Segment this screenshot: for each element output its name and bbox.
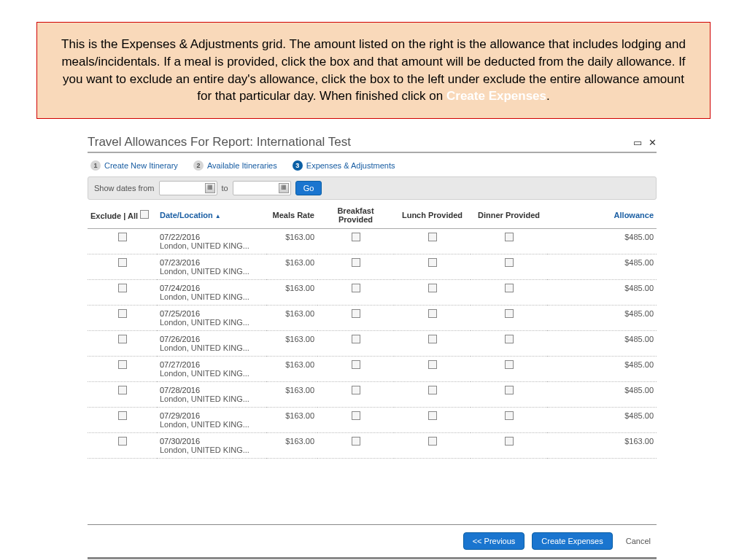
exclude-checkbox[interactable] (118, 360, 127, 369)
breakfast-checkbox[interactable] (352, 309, 360, 318)
lunch-checkbox[interactable] (428, 386, 437, 394)
filter-to: to (222, 184, 228, 192)
dinner-checkbox[interactable] (505, 284, 514, 292)
create-expenses-button[interactable]: Create Expenses (532, 532, 612, 550)
maximize-icon[interactable]: ▭ (633, 137, 642, 148)
lunch-checkbox[interactable] (428, 360, 437, 369)
close-icon[interactable]: ✕ (649, 137, 657, 148)
step-expenses-adjustments[interactable]: 3 Expenses & Adjustments (293, 160, 395, 171)
col-allowance[interactable]: Allowance (547, 203, 657, 229)
step-available-itineraries[interactable]: 2 Available Itineraries (193, 160, 277, 171)
breakfast-checkbox[interactable] (352, 437, 360, 446)
table-header-row: Exclude | All Date/Location ▲ Meals Rate… (88, 203, 657, 229)
callout-text-after: . (546, 89, 550, 103)
step-badge-1: 1 (90, 160, 101, 171)
calendar-icon[interactable]: ▦ (279, 183, 289, 193)
row-meals-rate: $163.00 (266, 306, 317, 331)
calendar-icon[interactable]: ▦ (205, 183, 215, 193)
exclude-checkbox[interactable] (118, 309, 127, 318)
col-meals-rate: Meals Rate (266, 203, 317, 229)
travel-allowances-panel: Travel Allowances For Report: Internatio… (88, 135, 657, 559)
row-location: London, UNITED KING... (160, 420, 263, 429)
lunch-checkbox[interactable] (428, 309, 437, 318)
lunch-checkbox[interactable] (428, 437, 437, 446)
panel-titlebar: Travel Allowances For Report: Internatio… (88, 135, 657, 152)
lunch-checkbox[interactable] (428, 233, 437, 241)
exclude-checkbox[interactable] (118, 411, 127, 420)
step-create-itinerary[interactable]: 1 Create New Itinerary (90, 160, 178, 171)
breakfast-checkbox[interactable] (352, 335, 360, 343)
dinner-checkbox[interactable] (505, 309, 514, 318)
row-location: London, UNITED KING... (160, 318, 263, 327)
dinner-checkbox[interactable] (505, 437, 514, 446)
table-row: 07/30/2016London, UNITED KING...$163.00$… (88, 433, 657, 459)
breakfast-checkbox[interactable] (352, 360, 360, 369)
row-location: London, UNITED KING... (160, 446, 263, 454)
lunch-checkbox[interactable] (428, 284, 437, 292)
dinner-checkbox[interactable] (505, 335, 514, 343)
dinner-checkbox[interactable] (505, 386, 514, 394)
row-date: 07/26/2016 (160, 335, 263, 343)
col-lunch: Lunch Provided (394, 203, 471, 229)
table-row: 07/25/2016London, UNITED KING...$163.00$… (88, 306, 657, 331)
exclude-all-checkbox[interactable] (140, 210, 149, 219)
row-location: London, UNITED KING... (160, 394, 263, 403)
filter-label: Show dates from (94, 184, 155, 192)
step-badge-2: 2 (193, 160, 204, 171)
lunch-checkbox[interactable] (428, 411, 437, 420)
row-date: 07/23/2016 (160, 258, 263, 267)
exclude-checkbox[interactable] (118, 386, 127, 394)
table-row: 07/27/2016London, UNITED KING...$163.00$… (88, 357, 657, 382)
row-allowance: $485.00 (547, 306, 657, 331)
row-location: London, UNITED KING... (160, 343, 263, 352)
row-meals-rate: $163.00 (266, 254, 317, 280)
row-meals-rate: $163.00 (266, 408, 317, 433)
bottom-rule (88, 557, 657, 559)
dinner-checkbox[interactable] (505, 360, 514, 369)
lunch-checkbox[interactable] (428, 335, 437, 343)
callout-highlight: Create Expenses (446, 89, 546, 103)
col-date-location[interactable]: Date/Location ▲ (157, 203, 266, 229)
breakfast-checkbox[interactable] (352, 233, 360, 241)
row-allowance: $485.00 (547, 280, 657, 306)
previous-button[interactable]: << Previous (463, 532, 525, 550)
table-row: 07/22/2016London, UNITED KING...$163.00$… (88, 229, 657, 254)
go-button[interactable]: Go (295, 181, 322, 195)
panel-title: Travel Allowances For Report: Internatio… (88, 135, 351, 149)
row-meals-rate: $163.00 (266, 357, 317, 382)
lunch-checkbox[interactable] (428, 258, 437, 267)
dinner-checkbox[interactable] (505, 411, 514, 420)
breakfast-checkbox[interactable] (352, 284, 360, 292)
cancel-link[interactable]: Cancel (620, 537, 657, 545)
row-date: 07/22/2016 (160, 233, 263, 241)
row-date: 07/25/2016 (160, 309, 263, 318)
instruction-callout: This is the Expenses & Adjustments grid.… (36, 22, 711, 119)
breakfast-checkbox[interactable] (352, 258, 360, 267)
row-allowance: $163.00 (547, 433, 657, 459)
col-exclude: Exclude | All (88, 203, 157, 229)
exclude-checkbox[interactable] (118, 335, 127, 343)
exclude-checkbox[interactable] (118, 258, 127, 267)
row-allowance: $485.00 (547, 382, 657, 408)
row-meals-rate: $163.00 (266, 331, 317, 357)
row-meals-rate: $163.00 (266, 229, 317, 254)
row-date: 07/30/2016 (160, 437, 263, 446)
dinner-checkbox[interactable] (505, 233, 514, 241)
footer-buttons: << Previous Create Expenses Cancel (88, 532, 657, 550)
exclude-checkbox[interactable] (118, 437, 127, 446)
date-to-input[interactable]: ▦ (233, 181, 291, 195)
exclude-checkbox[interactable] (118, 233, 127, 241)
date-from-input[interactable]: ▦ (159, 181, 217, 195)
exclude-checkbox[interactable] (118, 284, 127, 292)
step-label-1: Create New Itinerary (104, 161, 178, 170)
step-label-2: Available Itineraries (207, 161, 277, 170)
date-filter-bar: Show dates from ▦ to ▦ Go (88, 176, 657, 200)
row-meals-rate: $163.00 (266, 382, 317, 408)
dinner-checkbox[interactable] (505, 258, 514, 267)
breakfast-checkbox[interactable] (352, 411, 360, 420)
window-controls: ▭ ✕ (630, 137, 657, 148)
table-row: 07/24/2016London, UNITED KING...$163.00$… (88, 280, 657, 306)
breakfast-checkbox[interactable] (352, 386, 360, 394)
step-label-3: Expenses & Adjustments (306, 161, 395, 170)
table-row: 07/26/2016London, UNITED KING...$163.00$… (88, 331, 657, 357)
